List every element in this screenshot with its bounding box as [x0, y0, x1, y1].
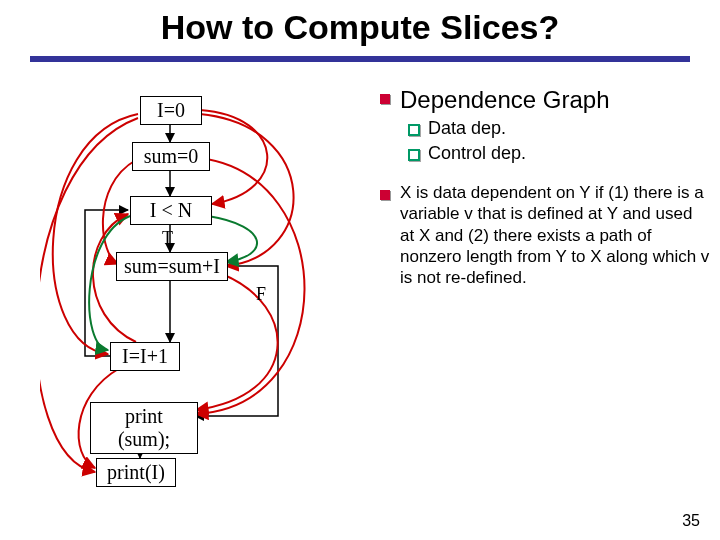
- slide: How to Compute Slices? Dependence Graph …: [0, 0, 720, 540]
- right-column: Dependence Graph Data dep. Control dep. …: [380, 86, 710, 292]
- bullet-definition: X is data dependent on Y if (1) there is…: [380, 182, 710, 288]
- node-i-plus-1: I=I+1: [110, 342, 180, 371]
- node-sum-plus-i: sum=sum+I: [116, 252, 228, 281]
- page-number: 35: [682, 512, 700, 530]
- node-print-sum: print (sum);: [90, 402, 198, 454]
- heading-text: Dependence Graph: [400, 86, 609, 114]
- node-sum-eq-0: sum=0: [132, 142, 210, 171]
- subbullet-control-dep: Control dep.: [408, 143, 710, 164]
- title-underline: [30, 56, 690, 62]
- subbullet-icon: [408, 149, 420, 161]
- definition-text: X is data dependent on Y if (1) there is…: [400, 182, 710, 288]
- node-i-eq-0: I=0: [140, 96, 202, 125]
- label-true: T: [162, 228, 173, 249]
- bullet-dependence-graph: Dependence Graph: [380, 86, 710, 114]
- label-false: F: [256, 284, 266, 305]
- sub-text: Data dep.: [428, 118, 506, 139]
- sub-text: Control dep.: [428, 143, 526, 164]
- bullet-icon: [380, 94, 390, 104]
- node-i-lt-n: I < N: [130, 196, 212, 225]
- slide-title: How to Compute Slices?: [0, 8, 720, 47]
- bullet-icon: [380, 190, 390, 200]
- dependence-graph-diagram: I=0 sum=0 I < N T sum=sum+I F I=I+1 prin…: [40, 96, 360, 516]
- node-print-i: print(I): [96, 458, 176, 487]
- subbullet-icon: [408, 124, 420, 136]
- subbullet-data-dep: Data dep.: [408, 118, 710, 139]
